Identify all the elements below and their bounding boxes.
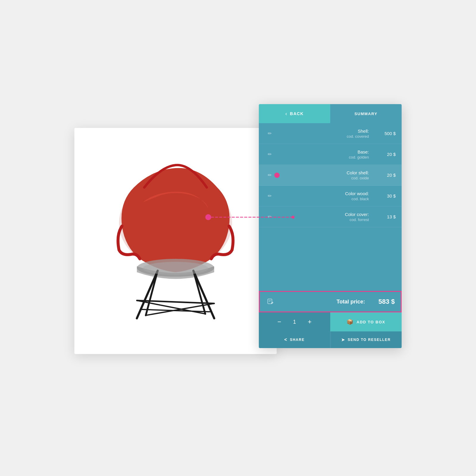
quantity-controls: − 1 + — [259, 312, 330, 331]
config-info-color-shell: Color shell: cod. oxide — [281, 170, 375, 180]
add-to-box-label: ADD TO BOX — [357, 320, 385, 324]
base-label: Base: — [274, 149, 369, 154]
share-row: < SHARE ➤ SEND TO RESELLER — [259, 331, 402, 348]
chair-image — [98, 149, 253, 333]
edit-icon-shell[interactable]: ✏ — [265, 131, 274, 136]
svg-point-10 — [143, 262, 208, 275]
config-list: ✏ Shell: cod. covered 500 $ ✏ Base: cod.… — [259, 123, 402, 291]
config-row-color-wood: ✏ Color wood: cod. black 30 $ — [259, 186, 402, 206]
color-dot-pink — [274, 173, 280, 178]
color-shell-code: cod. oxide — [281, 176, 369, 180]
config-row-shell: ✏ Shell: cod. covered 500 $ — [259, 123, 402, 144]
quantity-minus-button[interactable]: − — [275, 317, 284, 327]
config-info-base: Base: cod. golden — [274, 149, 375, 159]
edit-icon-color-cover[interactable]: ✏ — [265, 214, 274, 220]
summary-label: SUMMARY — [354, 112, 377, 116]
share-icon: < — [284, 337, 288, 342]
base-price: 20 $ — [375, 152, 396, 157]
back-label: BACK — [290, 111, 304, 116]
color-cover-code: cod. forrest — [274, 217, 369, 222]
config-panel: ‹ BACK SUMMARY ✏ Shell: cod. covered 500… — [259, 104, 402, 348]
reseller-label: SEND TO RESELLER — [348, 338, 391, 342]
shell-price: 500 $ — [375, 131, 396, 136]
edit-icon-base[interactable]: ✏ — [265, 151, 274, 157]
shell-code: cod. covered — [274, 134, 369, 139]
total-row: Total price: 583 $ — [259, 291, 402, 312]
color-wood-price: 30 $ — [375, 193, 396, 198]
product-card — [74, 128, 277, 354]
base-code: cod. golden — [274, 155, 369, 159]
color-wood-code: cod. black — [274, 197, 369, 201]
add-to-box-button[interactable]: 📦 ADD TO BOX — [330, 312, 402, 331]
config-row-color-shell: ✏ Color shell: cod. oxide 20 $ — [259, 165, 402, 186]
config-row-color-cover: ✏ Color cover: cod. forrest 13 $ — [259, 206, 402, 227]
color-shell-label: Color shell: — [281, 170, 369, 175]
color-wood-label: Color wood: — [274, 191, 369, 196]
back-button[interactable]: ‹ BACK — [259, 104, 330, 123]
config-info-shell: Shell: cod. covered — [274, 129, 375, 139]
add-to-box-row: − 1 + 📦 ADD TO BOX — [259, 312, 402, 331]
config-info-color-cover: Color cover: cod. forrest — [274, 212, 375, 222]
summary-button[interactable]: SUMMARY — [330, 104, 402, 123]
box-icon: 📦 — [347, 319, 354, 325]
edit-icon-color-shell[interactable]: ✏ — [265, 172, 274, 178]
share-button[interactable]: < SHARE — [259, 331, 331, 348]
color-cover-label: Color cover: — [274, 212, 369, 217]
edit-icon-total[interactable] — [266, 298, 275, 305]
panel-header: ‹ BACK SUMMARY — [259, 104, 402, 123]
reseller-icon: ➤ — [341, 337, 345, 342]
scene: ‹ BACK SUMMARY ✏ Shell: cod. covered 500… — [74, 104, 402, 372]
color-cover-price: 13 $ — [375, 214, 396, 219]
total-price: 583 $ — [371, 298, 395, 306]
shell-label: Shell: — [274, 129, 369, 134]
reseller-button[interactable]: ➤ SEND TO RESELLER — [331, 331, 402, 348]
color-shell-price: 20 $ — [375, 173, 396, 178]
quantity-plus-button[interactable]: + — [305, 317, 314, 327]
config-row-base: ✏ Base: cod. golden 20 $ — [259, 144, 402, 165]
chevron-left-icon: ‹ — [285, 111, 288, 117]
edit-icon-color-wood[interactable]: ✏ — [265, 193, 274, 199]
quantity-value: 1 — [290, 319, 299, 325]
total-label: Total price: — [275, 299, 371, 305]
config-info-color-wood: Color wood: cod. black — [274, 191, 375, 201]
share-label: SHARE — [290, 338, 305, 342]
